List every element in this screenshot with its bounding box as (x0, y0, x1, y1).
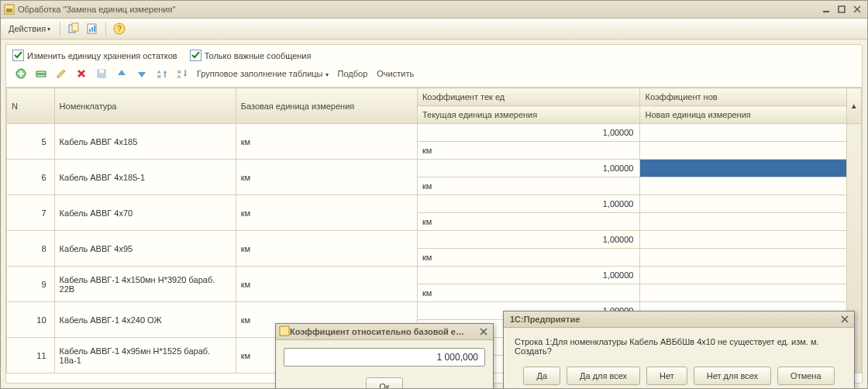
svg-rect-7 (72, 23, 78, 31)
cell-coef-new[interactable] (640, 124, 847, 142)
ok-button[interactable]: Ок (366, 377, 402, 389)
cell-coef[interactable]: 1,00000 (417, 267, 640, 284)
confirm-dialog: 1С:Предприятие Строка 1:Для номенклатуры… (503, 311, 855, 389)
col-new-unit[interactable]: Новая единица измерения (640, 106, 847, 124)
table-row[interactable]: 6Кабель АВВГ 4х185-1км1,00000 (7, 160, 862, 177)
yes-all-button[interactable]: Да для всех (567, 367, 640, 385)
cell-coef[interactable]: 1,00000 (417, 195, 640, 213)
move-up-icon[interactable] (113, 65, 130, 82)
cell-name: Кабель АВВГ-1 4х150мн Н*3920 бараб. 22В (54, 267, 236, 302)
coef-dialog-title: Коэффициент относительно базовой е… (290, 327, 477, 336)
cell-coef-new[interactable] (640, 231, 847, 249)
chevron-down-icon: ▾ (326, 71, 329, 78)
separator (105, 22, 106, 36)
table-row[interactable]: 8Кабель АВВГ 4х95км1,00000 (7, 231, 862, 249)
cell-base: км (236, 267, 417, 302)
cell-name: Кабель АВВГ-1 4х95мн Н*1525 бараб. 18а-1 (54, 338, 236, 374)
checkbox-change-unit[interactable]: Изменить единицу хранения остатков (12, 50, 177, 61)
coef-dialog-titlebar[interactable]: Коэффициент относительно базовой е… (276, 324, 493, 340)
confirm-dialog-title: 1С:Предприятие (507, 315, 839, 324)
cell-base: км (236, 231, 417, 267)
col-coef-cur[interactable]: Коэффициент тек ед (417, 88, 640, 106)
svg-text:A: A (177, 74, 181, 79)
table-row[interactable]: 7Кабель АВВГ 4х70км1,00000 (7, 195, 862, 213)
cell-n: 8 (7, 231, 55, 267)
delete-icon[interactable] (73, 65, 90, 82)
maximize-button[interactable] (835, 4, 849, 15)
cell-coef-new[interactable] (640, 195, 847, 213)
svg-rect-1 (6, 9, 12, 12)
confirm-dialog-message: Строка 1:Для номенклатуры Кабель АВБбШв … (504, 328, 854, 362)
col-coef-new[interactable]: Коэффициент нов (640, 88, 847, 106)
cell-name: Кабель АВВГ 4х185-1 (54, 160, 236, 195)
cell-coef[interactable]: 1,00000 (417, 160, 640, 177)
confirm-dialog-buttons: Да Да для всех Нет Нет для всех Отмена (504, 362, 854, 389)
group-fill-menu[interactable]: Групповое заполнение таблицы ▾ (194, 67, 332, 80)
panel-top: Изменить единицу хранения остатков Тольк… (6, 45, 862, 63)
close-button[interactable] (850, 4, 864, 15)
chevron-down-icon: ▾ (47, 26, 50, 33)
cell-coef-new[interactable] (640, 160, 847, 177)
cell-coef-new[interactable] (640, 267, 847, 284)
report-icon[interactable] (85, 22, 99, 36)
actions-menu[interactable]: Действия ▾ (5, 22, 53, 35)
cell-cur-unit[interactable]: км (417, 213, 640, 231)
svg-marker-23 (118, 70, 126, 75)
col-base-unit[interactable]: Базовая единица измерения (236, 88, 417, 124)
table-row[interactable]: 9Кабель АВВГ-1 4х150мн Н*3920 бараб. 22В… (7, 267, 862, 284)
cell-new-unit[interactable] (640, 177, 847, 195)
cell-n: 5 (7, 124, 55, 160)
cell-cur-unit[interactable]: км (417, 177, 640, 195)
group-fill-label: Групповое заполнение таблицы (197, 69, 322, 78)
table-row[interactable]: 5Кабель АВВГ 4х185км1,00000 (7, 124, 862, 142)
pick-button[interactable]: Подбор (335, 67, 371, 80)
cell-cur-unit[interactable]: км (417, 142, 640, 160)
confirm-dialog-titlebar[interactable]: 1С:Предприятие (504, 312, 854, 328)
minimize-button[interactable] (819, 4, 833, 15)
move-down-icon[interactable] (133, 65, 150, 82)
cell-base: км (236, 195, 417, 231)
sort-asc-icon[interactable]: AЯ (153, 65, 170, 82)
close-icon[interactable] (477, 326, 490, 337)
edit-icon[interactable] (53, 65, 70, 82)
cell-n: 11 (7, 338, 55, 374)
cell-coef[interactable]: 1,00000 (417, 231, 640, 249)
no-button[interactable]: Нет (646, 367, 687, 385)
col-cur-unit[interactable]: Текущая единица измерения (417, 106, 640, 124)
cell-new-unit[interactable] (640, 142, 847, 160)
yes-button[interactable]: Да (523, 367, 560, 385)
coef-input[interactable]: 1 000,000 (284, 348, 485, 367)
window-icon (279, 325, 290, 338)
help-icon[interactable]: ? (112, 22, 126, 36)
cancel-button[interactable]: Отмена (777, 367, 834, 385)
cards-icon[interactable] (67, 22, 81, 36)
svg-marker-27 (164, 71, 167, 73)
cell-new-unit[interactable] (640, 284, 847, 302)
checkbox-icon (190, 50, 202, 61)
insert-icon[interactable] (33, 65, 50, 82)
scroll-up-icon[interactable]: ▴ (847, 88, 862, 124)
cell-n: 6 (7, 160, 55, 195)
cell-cur-unit[interactable]: км (417, 284, 640, 302)
save-icon[interactable] (93, 65, 110, 82)
close-icon[interactable] (839, 314, 851, 325)
cell-new-unit[interactable] (640, 213, 847, 231)
checkbox-change-unit-label: Изменить единицу хранения остатков (27, 51, 177, 60)
add-icon[interactable] (12, 65, 29, 82)
svg-rect-9 (89, 29, 91, 32)
clear-button[interactable]: Очистить (374, 67, 417, 80)
svg-marker-24 (138, 72, 146, 77)
cell-new-unit[interactable] (640, 249, 847, 267)
cell-cur-unit[interactable]: км (417, 249, 640, 267)
cell-n: 10 (7, 302, 55, 338)
no-all-button[interactable]: Нет для всех (694, 367, 771, 385)
checkbox-only-important[interactable]: Только важные сообщения (190, 50, 312, 61)
sort-desc-icon[interactable]: ЯA (174, 65, 191, 82)
svg-marker-32 (184, 74, 187, 77)
col-nomenclature[interactable]: Номенклатура (54, 88, 236, 124)
cell-name: Кабель АВВГ 4х70 (54, 195, 236, 231)
cell-coef[interactable]: 1,00000 (417, 124, 640, 142)
col-n[interactable]: N (7, 88, 55, 124)
checkbox-icon (12, 50, 24, 61)
window-icon (4, 4, 15, 15)
